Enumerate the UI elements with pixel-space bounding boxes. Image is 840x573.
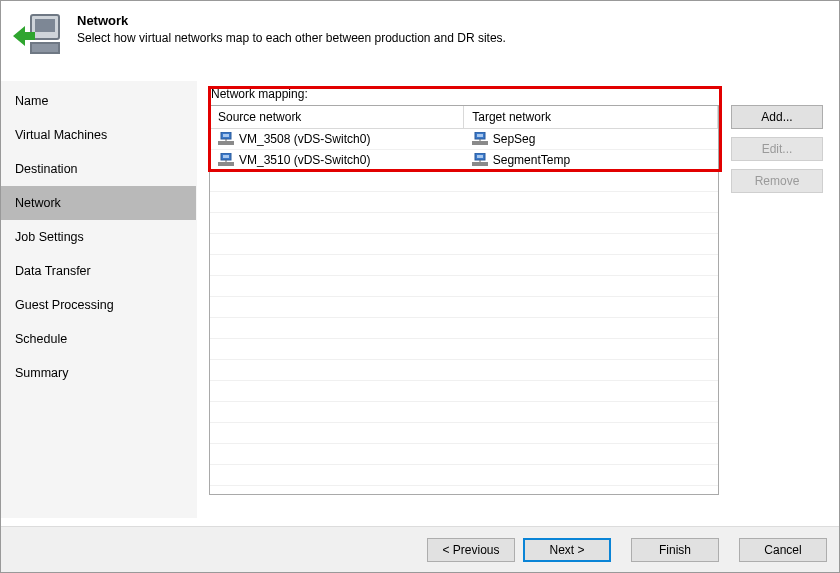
table-row-empty [210,234,718,255]
table-row-empty [210,423,718,444]
sidebar-item-schedule[interactable]: Schedule [1,322,196,356]
svg-rect-9 [477,134,483,137]
sidebar-item-virtual-machines[interactable]: Virtual Machines [1,118,196,152]
table-row-empty [210,192,718,213]
wizard-steps-sidebar: Name Virtual Machines Destination Networ… [1,81,197,518]
col-header-source[interactable]: Source network [210,106,464,129]
table-row-empty [210,465,718,486]
svg-rect-5 [223,134,229,137]
table-row-empty [210,381,718,402]
table-row[interactable]: VM_3508 (vDS-Switch0) [210,129,718,150]
network-mapping-table[interactable]: Source network Target network [209,105,719,495]
add-button[interactable]: Add... [731,105,823,129]
cancel-button[interactable]: Cancel [739,538,827,562]
sidebar-item-name[interactable]: Name [1,84,196,118]
sidebar-item-guest-processing[interactable]: Guest Processing [1,288,196,322]
table-row-empty [210,444,718,465]
network-icon [218,153,234,167]
next-button[interactable]: Next > [523,538,611,562]
svg-rect-10 [472,141,488,145]
sidebar-item-job-settings[interactable]: Job Settings [1,220,196,254]
svg-rect-17 [477,155,483,158]
svg-rect-14 [218,162,234,166]
sidebar-item-network[interactable]: Network [1,186,196,220]
table-row-empty [210,171,718,192]
header-text: Network Select how virtual networks map … [77,11,506,45]
network-icon [472,132,488,146]
col-header-target[interactable]: Target network [464,106,718,129]
action-buttons: Add... Edit... Remove [731,81,839,518]
network-icon [472,153,488,167]
sidebar-item-destination[interactable]: Destination [1,152,196,186]
svg-rect-13 [223,155,229,158]
wizard-footer: < Previous Next > Finish Cancel [1,526,839,572]
table-header-row: Source network Target network [210,106,718,129]
sidebar-item-data-transfer[interactable]: Data Transfer [1,254,196,288]
svg-rect-18 [472,162,488,166]
svg-rect-1 [35,19,55,32]
main-content: Network mapping: Source network Target n… [197,81,731,518]
header: Network Select how virtual networks map … [1,1,839,73]
finish-button[interactable]: Finish [631,538,719,562]
table-row[interactable]: VM_3510 (vDS-Switch0) [210,150,718,171]
table-row-empty [210,318,718,339]
page-title: Network [77,13,506,28]
wizard-window: Network Select how virtual networks map … [0,0,840,573]
body: Name Virtual Machines Destination Networ… [1,81,839,518]
table-row-empty [210,339,718,360]
source-network-value: VM_3508 (vDS-Switch0) [239,132,370,146]
table-row-empty [210,402,718,423]
page-subtitle: Select how virtual networks map to each … [77,31,506,45]
table-row-empty [210,255,718,276]
table-row-empty [210,213,718,234]
sidebar-item-summary[interactable]: Summary [1,356,196,390]
target-network-value: SepSeg [493,132,536,146]
table-row-empty [210,360,718,381]
svg-rect-2 [31,43,59,53]
table-row-empty [210,276,718,297]
network-icon [218,132,234,146]
network-wizard-icon [13,11,63,61]
edit-button: Edit... [731,137,823,161]
previous-button[interactable]: < Previous [427,538,515,562]
svg-rect-6 [218,141,234,145]
source-network-value: VM_3510 (vDS-Switch0) [239,153,370,167]
remove-button: Remove [731,169,823,193]
network-mapping-label: Network mapping: [211,87,719,101]
table-row-empty [210,297,718,318]
target-network-value: SegmentTemp [493,153,570,167]
